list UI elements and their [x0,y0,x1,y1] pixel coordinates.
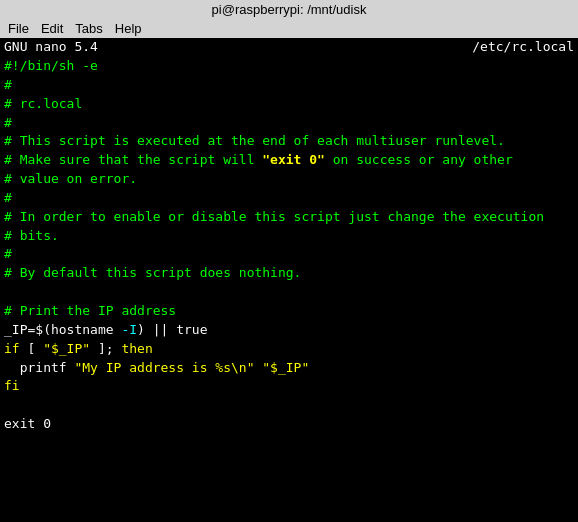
code-line: #!/bin/sh -e [4,57,574,76]
code-line [4,283,574,302]
code-line: fi [4,377,574,396]
code-line: # [4,114,574,133]
title-text: pi@raspberrypi: /mnt/udisk [212,2,367,17]
code-line: # [4,189,574,208]
code-line: # This script is executed at the end of … [4,132,574,151]
code-line: # In order to enable or disable this scr… [4,208,574,227]
code-area[interactable]: #!/bin/sh -e # # rc.local # # This scrip… [0,55,578,436]
menu-help[interactable]: Help [115,21,142,36]
code-line: # [4,76,574,95]
nano-version: GNU nano 5.4 [4,39,98,54]
code-line: _IP=$(hostname -I) || true [4,321,574,340]
code-line: # bits. [4,227,574,246]
menu-tabs[interactable]: Tabs [75,21,102,36]
code-line: # By default this script does nothing. [4,264,574,283]
nano-filename: /etc/rc.local [472,39,574,54]
title-bar: pi@raspberrypi: /mnt/udisk [0,0,578,19]
nano-status-bar: GNU nano 5.4 /etc/rc.local [0,38,578,55]
code-line: printf "My IP address is %s\n" "$_IP" [4,359,574,378]
menu-file[interactable]: File [8,21,29,36]
code-line [4,396,574,415]
code-line: # Make sure that the script will "exit 0… [4,151,574,170]
menu-bar: File Edit Tabs Help [0,19,578,38]
code-line: # rc.local [4,95,574,114]
code-line: # value on error. [4,170,574,189]
code-line: # Print the IP address [4,302,574,321]
code-line: # [4,245,574,264]
menu-edit[interactable]: Edit [41,21,63,36]
code-line: exit 0 [4,415,574,434]
editor: GNU nano 5.4 /etc/rc.local #!/bin/sh -e … [0,38,578,436]
code-line: if [ "$_IP" ]; then [4,340,574,359]
